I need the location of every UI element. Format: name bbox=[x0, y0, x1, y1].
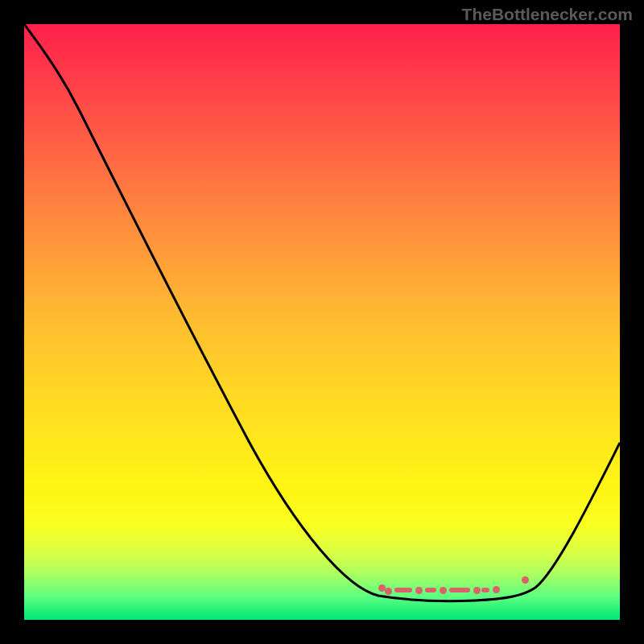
marker-dot bbox=[440, 587, 447, 594]
marker-bar bbox=[449, 588, 470, 592]
marker-dot bbox=[385, 588, 392, 595]
bottleneck-curve bbox=[24, 24, 620, 620]
chart-plot-area bbox=[24, 24, 620, 620]
optimal-range-markers bbox=[378, 586, 531, 592]
marker-dot bbox=[473, 587, 481, 594]
watermark-text: TheBottlenecker.com bbox=[462, 5, 633, 24]
marker-bar bbox=[425, 588, 436, 592]
marker-bar bbox=[481, 588, 489, 592]
marker-dot bbox=[522, 576, 529, 584]
marker-dot bbox=[415, 587, 423, 594]
marker-dot bbox=[493, 586, 500, 593]
marker-bar bbox=[394, 588, 412, 592]
